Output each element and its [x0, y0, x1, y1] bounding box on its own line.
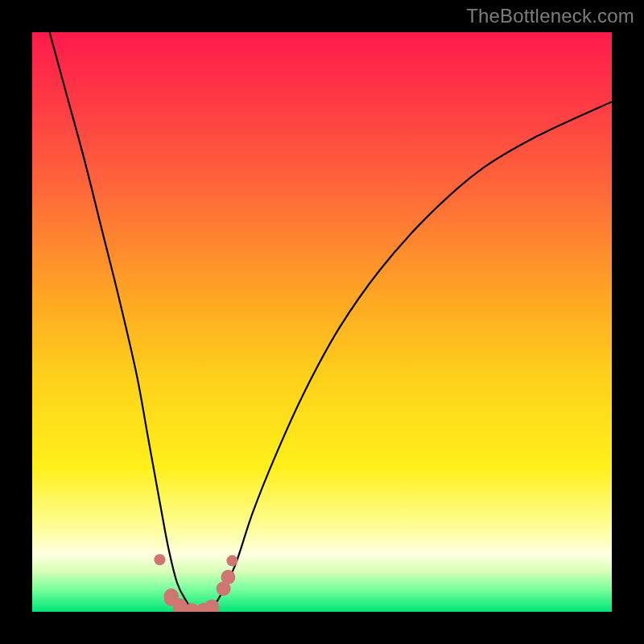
marker-dot	[221, 570, 235, 584]
bottleneck-curve	[50, 32, 612, 612]
curve-markers	[154, 554, 237, 612]
chart-frame: TheBottleneck.com	[0, 0, 644, 644]
marker-dot	[226, 555, 237, 567]
watermark-text: TheBottleneck.com	[466, 5, 634, 27]
curve-layer	[32, 32, 612, 612]
plot-area	[32, 32, 612, 612]
marker-dot	[154, 554, 165, 565]
